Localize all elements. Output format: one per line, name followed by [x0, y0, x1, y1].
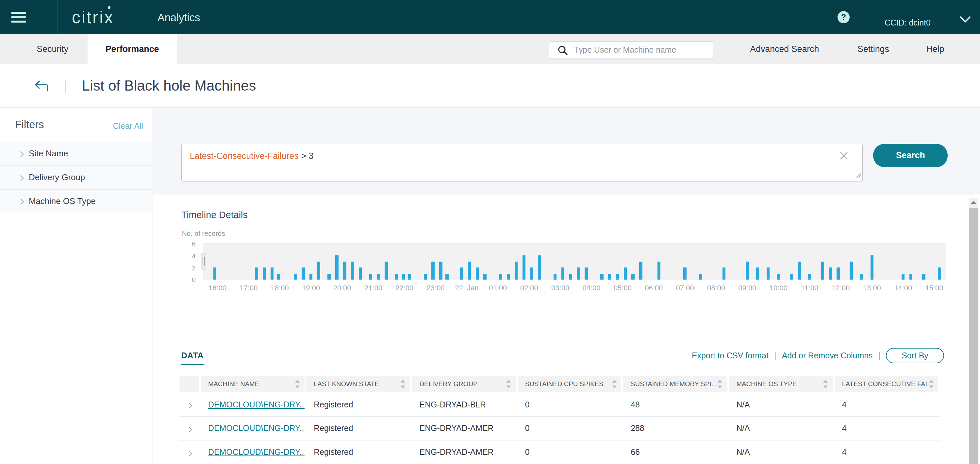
add-remove-columns-link[interactable]: Add or Remove Columns: [782, 351, 873, 360]
timeline-bar[interactable]: [351, 261, 354, 279]
table-header-last-known-state[interactable]: LAST KNOWN STATE: [306, 376, 410, 392]
scrollbar-thumb[interactable]: [969, 208, 978, 464]
tab-security[interactable]: Security: [18, 34, 88, 64]
timeline-bar[interactable]: [616, 274, 619, 279]
timeline-bar[interactable]: [263, 268, 266, 279]
timeline-bar[interactable]: [255, 268, 258, 279]
timeline-bar[interactable]: [439, 261, 442, 279]
timeline-bar[interactable]: [902, 274, 905, 279]
sort-icon[interactable]: [929, 379, 934, 389]
filter-item-machine-os-type[interactable]: Machine OS Type: [0, 190, 152, 214]
timeline-bar[interactable]: [213, 268, 216, 279]
timeline-bar[interactable]: [554, 274, 557, 279]
timeline-bar[interactable]: [522, 255, 526, 279]
timeline-bar[interactable]: [335, 255, 339, 279]
nav-link-advanced-search[interactable]: Advanced Search: [750, 34, 819, 64]
search-input[interactable]: [574, 42, 708, 57]
scrollbar[interactable]: [969, 198, 978, 464]
timeline-bar[interactable]: [476, 268, 479, 279]
scroll-up-icon[interactable]: [969, 198, 978, 207]
timeline-bar[interactable]: [569, 274, 573, 279]
timeline-bar[interactable]: [808, 274, 811, 279]
timeline-bar[interactable]: [837, 268, 840, 279]
timeline-bar[interactable]: [343, 261, 346, 279]
timeline-bar[interactable]: [821, 261, 824, 279]
sort-by-button[interactable]: Sort By: [886, 348, 944, 364]
timeline-bar[interactable]: [294, 274, 297, 279]
timeline-bar[interactable]: [515, 261, 518, 279]
table-header-machine-name[interactable]: MACHINE NAME: [200, 376, 305, 392]
timeline-bar[interactable]: [369, 274, 372, 279]
search-query-box[interactable]: Latest-Consecutive-Failures > 3: [181, 144, 863, 182]
filter-item-delivery-group[interactable]: Delivery Group: [0, 166, 152, 190]
timeline-bar[interactable]: [850, 261, 853, 279]
row-expander-icon[interactable]: [180, 399, 199, 410]
row-expander-icon[interactable]: [180, 423, 199, 434]
timeline-bar[interactable]: [395, 274, 398, 279]
sort-icon[interactable]: [295, 379, 300, 389]
timeline-bar[interactable]: [608, 274, 611, 279]
table-header-sustained-memory-spi-[interactable]: SUSTAINED MEMORY SPI...: [623, 376, 727, 392]
timeline-bar[interactable]: [309, 274, 313, 279]
timeline-bar[interactable]: [860, 274, 863, 279]
timeline-bar[interactable]: [746, 261, 749, 279]
table-header-latest-consecutive-fai-[interactable]: LATEST CONSECUTIVE FAI...: [835, 376, 939, 392]
timeline-bar[interactable]: [938, 268, 941, 279]
chart-brush-handle[interactable]: [200, 253, 206, 270]
timeline-bar[interactable]: [359, 268, 362, 279]
timeline-bar[interactable]: [385, 261, 388, 279]
help-icon[interactable]: ?: [837, 11, 849, 23]
timeline-bar[interactable]: [657, 261, 661, 279]
table-header-delivery-group[interactable]: DELIVERY GROUP: [412, 376, 516, 392]
timeline-bar[interactable]: [328, 274, 331, 279]
timeline-bar[interactable]: [302, 268, 305, 279]
nav-link-settings[interactable]: Settings: [858, 34, 889, 64]
row-expander-icon[interactable]: [180, 446, 199, 458]
timeline-bar[interactable]: [460, 268, 463, 279]
timeline-bar[interactable]: [270, 268, 274, 279]
machine-name-link[interactable]: DEMOCLOUD\ENG-DRY...: [208, 447, 305, 456]
timeline-bar[interactable]: [909, 274, 913, 279]
timeline-bar[interactable]: [402, 274, 405, 279]
sort-icon[interactable]: [401, 379, 406, 389]
timeline-bar[interactable]: [798, 261, 801, 279]
tab-performance[interactable]: Performance: [88, 34, 177, 64]
clear-query-icon[interactable]: [839, 151, 849, 161]
timeline-bar[interactable]: [624, 268, 627, 279]
nav-link-help[interactable]: Help: [926, 34, 944, 64]
timeline-bar[interactable]: [600, 274, 603, 279]
timeline-bar[interactable]: [699, 274, 702, 279]
search-button[interactable]: Search: [873, 144, 948, 167]
resize-handle-icon[interactable]: [855, 168, 861, 180]
filter-item-site-name[interactable]: Site Name: [0, 142, 152, 166]
sort-icon[interactable]: [612, 379, 617, 389]
timeline-bar[interactable]: [424, 274, 427, 279]
timeline-bar[interactable]: [777, 274, 780, 279]
timeline-bar[interactable]: [277, 274, 280, 279]
timeline-bar[interactable]: [683, 268, 687, 279]
timeline-bar[interactable]: [468, 261, 471, 279]
table-header-machine-os-type[interactable]: MACHINE OS TYPE: [729, 376, 833, 392]
timeline-bar[interactable]: [577, 268, 580, 279]
timeline-bar[interactable]: [722, 268, 726, 279]
timeline-plot[interactable]: [199, 242, 946, 280]
timeline-bar[interactable]: [377, 274, 380, 279]
timeline-bar[interactable]: [538, 255, 541, 279]
timeline-bar[interactable]: [870, 255, 874, 279]
timeline-bar[interactable]: [585, 268, 588, 279]
chevron-down-icon[interactable]: [959, 14, 972, 25]
export-csv-link[interactable]: Export to CSV format: [692, 351, 768, 360]
timeline-bar[interactable]: [408, 274, 411, 279]
sort-icon[interactable]: [506, 379, 511, 389]
timeline-bar[interactable]: [767, 268, 770, 279]
clear-all-link[interactable]: Clear All: [113, 121, 143, 131]
back-arrow-icon[interactable]: [33, 80, 50, 94]
sort-icon[interactable]: [718, 379, 722, 389]
timeline-bar[interactable]: [756, 268, 759, 279]
timeline-bar[interactable]: [562, 268, 565, 279]
timeline-bar[interactable]: [499, 274, 502, 279]
timeline-bar[interactable]: [483, 274, 487, 279]
timeline-bar[interactable]: [530, 268, 533, 279]
timeline-bar[interactable]: [639, 261, 643, 279]
hamburger-menu-icon[interactable]: [11, 12, 26, 22]
